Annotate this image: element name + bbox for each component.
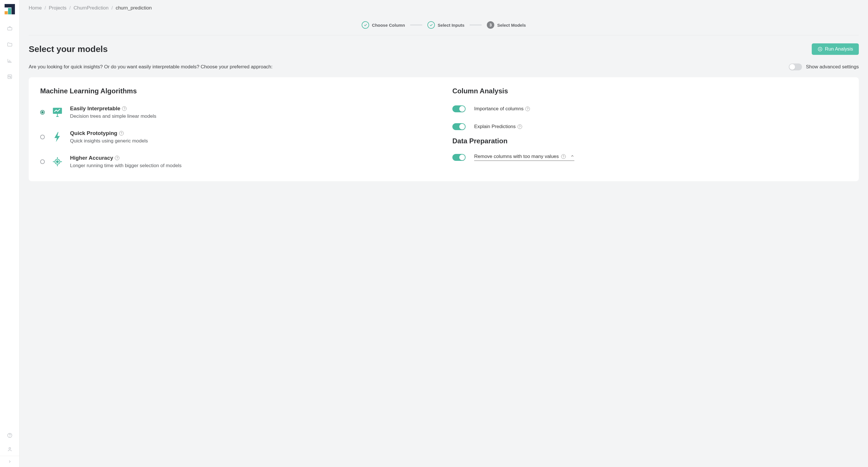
explain-toggle[interactable] [453, 123, 466, 130]
algo-higher-accuracy[interactable]: Higher Accuracy ? Longer running time wi… [40, 155, 435, 169]
run-analysis-button[interactable]: Run Analysis [812, 43, 859, 55]
folder-icon[interactable] [7, 41, 13, 48]
help-icon[interactable] [7, 432, 13, 439]
algo-title: Higher Accuracy [70, 155, 113, 161]
run-button-label: Run Analysis [825, 46, 853, 52]
breadcrumb-home[interactable]: Home [29, 5, 42, 11]
chart-icon[interactable] [7, 57, 13, 64]
svg-point-10 [57, 161, 59, 163]
option-label: Explain Predictions [474, 124, 516, 129]
step-choose-column[interactable]: Choose Column [362, 21, 405, 29]
breadcrumb-sep: / [69, 5, 71, 11]
algo-title: Easily Interpretable [70, 106, 120, 112]
option-importance-columns: Importance of columns ? [453, 106, 847, 112]
svg-rect-0 [7, 28, 12, 30]
advanced-settings-toggle[interactable] [789, 63, 802, 70]
step-number: 3 [487, 21, 494, 29]
app-logo[interactable] [5, 4, 15, 14]
option-label: Remove columns with too many values [474, 154, 559, 159]
breadcrumb-project-name[interactable]: ChurnPrediction [73, 5, 108, 11]
check-icon [362, 21, 369, 29]
radio-button[interactable] [40, 159, 45, 164]
svg-point-6 [9, 447, 11, 449]
step-label: Choose Column [372, 23, 405, 28]
radio-button[interactable] [40, 135, 45, 139]
help-icon[interactable]: ? [119, 131, 124, 136]
sliders-icon[interactable] [7, 74, 13, 80]
algo-easily-interpretable[interactable]: Easily Interpretable ? Decision trees an… [40, 106, 435, 119]
column-analysis-heading: Column Analysis [453, 87, 847, 95]
algo-desc: Longer running time with bigger selectio… [70, 163, 181, 169]
remove-columns-dropdown[interactable]: Remove columns with too many values ? [474, 154, 575, 161]
data-prep-heading: Data Preparation [453, 137, 847, 145]
presentation-chart-icon [51, 106, 64, 119]
sidebar [0, 0, 20, 467]
importance-toggle[interactable] [453, 106, 466, 112]
svg-point-5 [9, 437, 10, 437]
step-select-models[interactable]: 3 Select Models [487, 21, 526, 29]
option-remove-columns: Remove columns with too many values ? [453, 154, 847, 161]
algo-desc: Decision trees and simple linear models [70, 113, 156, 119]
page-title: Select your models [29, 44, 107, 54]
option-explain-predictions: Explain Predictions ? [453, 123, 847, 130]
lightning-icon [51, 131, 64, 143]
help-icon[interactable]: ? [561, 154, 566, 159]
stepper: Choose Column Select Inputs 3 Select Mod… [362, 21, 526, 29]
expand-sidebar-button[interactable] [0, 456, 19, 467]
step-label: Select Inputs [438, 23, 464, 28]
advanced-settings-label: Show advanced settings [806, 64, 859, 70]
help-icon[interactable]: ? [525, 107, 530, 111]
breadcrumb-current: churn_prediction [116, 5, 152, 11]
radio-button[interactable] [40, 110, 45, 115]
svg-rect-1 [8, 75, 11, 79]
check-icon [427, 21, 435, 29]
user-icon[interactable] [7, 446, 13, 453]
briefcase-icon[interactable] [7, 25, 13, 32]
step-connector [470, 25, 482, 25]
models-card: Machine Learning Algorithms [29, 77, 859, 181]
step-connector [410, 25, 422, 25]
breadcrumb-sep: / [44, 5, 46, 11]
help-icon[interactable]: ? [115, 156, 119, 160]
chevron-up-icon [570, 154, 575, 159]
target-icon [51, 155, 64, 168]
step-label: Select Models [497, 23, 526, 28]
option-label: Importance of columns [474, 106, 524, 112]
main-content: Home / Projects / ChurnPrediction / chur… [20, 0, 868, 467]
breadcrumb-sep: / [112, 5, 113, 11]
step-select-inputs[interactable]: Select Inputs [427, 21, 464, 29]
algorithms-heading: Machine Learning Algorithms [40, 87, 435, 95]
breadcrumb: Home / Projects / ChurnPrediction / chur… [29, 5, 859, 11]
algo-title: Quick Prototyping [70, 130, 117, 137]
remove-columns-toggle[interactable] [453, 154, 466, 161]
page-subtitle: Are you looking for quick insights? Or d… [29, 64, 273, 70]
algo-desc: Quick insights using generic models [70, 138, 148, 144]
help-icon[interactable]: ? [122, 106, 127, 111]
play-circle-icon [817, 47, 823, 52]
help-icon[interactable]: ? [518, 124, 522, 129]
breadcrumb-projects[interactable]: Projects [49, 5, 66, 11]
algo-quick-prototyping[interactable]: Quick Prototyping ? Quick insights using… [40, 130, 435, 144]
